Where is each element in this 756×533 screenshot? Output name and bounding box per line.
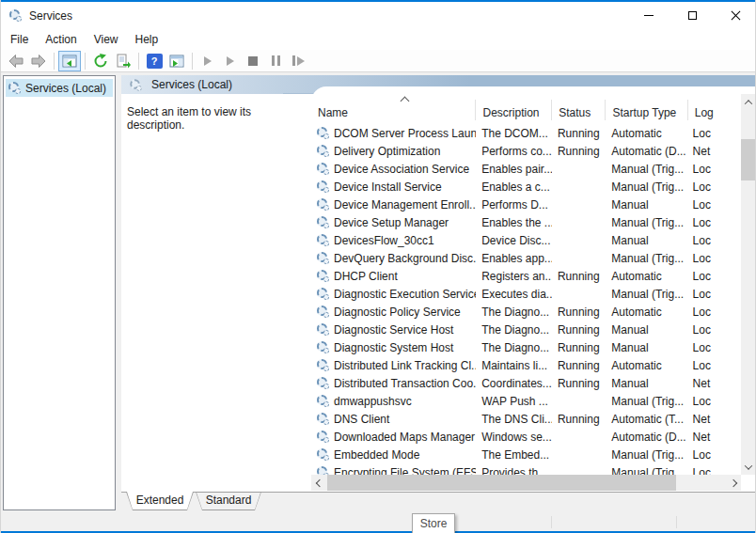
menu-help[interactable]: Help xyxy=(127,30,167,49)
service-startup-type: Manual (Trig... xyxy=(606,448,687,462)
column-header-startup-type[interactable]: Startup Type xyxy=(606,94,687,123)
play-icon xyxy=(204,56,212,66)
services-window: Services File Action View Help xyxy=(0,0,756,533)
service-startup-type: Manual xyxy=(606,323,687,337)
stop-service-button[interactable] xyxy=(242,51,264,71)
service-gear-icon xyxy=(317,466,329,475)
service-logon-as: Loc xyxy=(688,234,741,247)
column-header-description[interactable]: Description xyxy=(476,94,552,123)
tooltip-label: Store xyxy=(420,517,448,530)
service-name: Device Association Service xyxy=(334,163,469,176)
resume-service-button[interactable] xyxy=(219,51,242,71)
scroll-down-button[interactable] xyxy=(741,459,755,475)
menu-file[interactable]: File xyxy=(1,30,37,49)
start-service-button[interactable] xyxy=(197,51,219,71)
toolbar: ? xyxy=(1,50,756,72)
maximize-button[interactable] xyxy=(670,2,714,29)
service-status: Running xyxy=(552,323,606,337)
service-row[interactable]: DHCP Client Registers an... Running Auto… xyxy=(311,267,741,285)
status-bar xyxy=(1,512,756,531)
vertical-scroll-thumb[interactable] xyxy=(741,139,755,180)
service-description: Enables the ... xyxy=(476,216,552,229)
service-row[interactable]: Encrypting File System (EFS) Provides th… xyxy=(311,463,741,475)
pause-service-button[interactable] xyxy=(264,51,287,71)
service-row[interactable]: Delivery Optimization Performs co... Run… xyxy=(311,142,741,160)
scroll-left-button[interactable] xyxy=(311,475,327,491)
service-row[interactable]: Downloaded Maps Manager Windows se... Au… xyxy=(311,428,741,446)
services-node-icon xyxy=(8,82,21,94)
service-gear-icon xyxy=(317,163,329,175)
service-row[interactable]: DevicesFlow_30cc1 Device Disc... Manual … xyxy=(311,231,741,249)
service-name: Embedded Mode xyxy=(334,448,419,462)
service-description: The Diagno... xyxy=(476,341,552,354)
list-column-headers: Name Description Status Startup Type Log xyxy=(311,94,741,123)
service-row[interactable]: Distributed Transaction Coo... Coordinat… xyxy=(311,374,741,392)
service-logon-as: Loc xyxy=(688,180,741,194)
taskbar-tooltip: Store xyxy=(412,513,455,533)
service-gear-icon xyxy=(317,234,329,246)
menu-action[interactable]: Action xyxy=(37,30,85,49)
pause-icon xyxy=(272,55,280,66)
service-gear-icon xyxy=(317,431,329,443)
horizontal-scrollbar[interactable] xyxy=(311,475,741,491)
service-row[interactable]: Device Management Enroll... Performs D..… xyxy=(311,196,741,213)
service-description: Provides th... xyxy=(476,466,552,476)
service-row[interactable]: Device Setup Manager Enables the ... Man… xyxy=(311,213,741,231)
forward-button[interactable] xyxy=(27,51,50,71)
service-row[interactable]: DNS Client The DNS Cli... Running Automa… xyxy=(311,410,741,428)
description-placeholder-text: Select an item to view its description. xyxy=(127,105,311,132)
scroll-right-button[interactable] xyxy=(725,475,741,491)
show-action-pane-button[interactable] xyxy=(165,51,188,71)
service-description: Registers an... xyxy=(476,270,552,283)
service-row[interactable]: Device Install Service Enables a c... Ma… xyxy=(311,178,741,196)
service-description: Executes dia... xyxy=(476,288,552,301)
service-row[interactable]: Diagnostic Policy Service The Diagno... … xyxy=(311,303,741,321)
service-description: Device Disc... xyxy=(476,234,552,247)
service-logon-as: Loc xyxy=(688,270,741,283)
titlebar[interactable]: Services xyxy=(1,2,756,29)
service-description: The DCOM... xyxy=(476,127,552,140)
service-startup-type: Manual (Trig... xyxy=(606,288,687,301)
service-row[interactable]: Distributed Link Tracking Cl... Maintain… xyxy=(311,356,741,374)
snapin-header-title: Services (Local) xyxy=(151,78,232,91)
toolbar-separator xyxy=(138,53,139,70)
close-button[interactable] xyxy=(714,2,756,29)
back-button[interactable] xyxy=(5,51,27,71)
service-row[interactable]: Embedded Mode The Embed... Manual (Trig.… xyxy=(311,446,741,463)
minimize-button[interactable] xyxy=(627,2,670,29)
service-row[interactable]: DCOM Server Process Laun... The DCOM... … xyxy=(311,124,741,142)
scroll-up-button[interactable] xyxy=(741,94,755,110)
tab-extended[interactable]: Extended xyxy=(126,492,194,510)
view-tabstrip: Extended Standard xyxy=(121,492,755,512)
service-row[interactable]: DevQuery Background Disc... Enables app.… xyxy=(311,249,741,267)
menu-view[interactable]: View xyxy=(86,30,127,49)
service-startup-type: Manual (Trig... xyxy=(606,180,687,194)
vertical-scrollbar[interactable] xyxy=(741,94,755,475)
help-button[interactable]: ? xyxy=(143,51,165,71)
service-name: Device Setup Manager xyxy=(334,216,449,229)
export-list-button[interactable] xyxy=(112,51,134,71)
column-header-status[interactable]: Status xyxy=(552,94,606,123)
column-header-name[interactable]: Name xyxy=(311,94,476,123)
show-console-tree-button[interactable] xyxy=(58,51,81,71)
tab-standard[interactable]: Standard xyxy=(196,492,261,510)
service-description: Maintains li... xyxy=(476,359,552,372)
console-tree-panel: Services (Local) xyxy=(3,75,116,510)
service-row[interactable]: dmwappushsvc WAP Push ... Manual (Trig..… xyxy=(311,392,741,410)
horizontal-scroll-thumb[interactable] xyxy=(327,475,676,491)
service-startup-type: Manual (Trig... xyxy=(606,252,687,265)
service-name: Distributed Transaction Coo... xyxy=(334,377,476,390)
service-status: Running xyxy=(552,270,606,283)
service-row[interactable]: Diagnostic System Host The Diagno... Run… xyxy=(311,338,741,356)
window-title: Services xyxy=(29,9,72,23)
service-row[interactable]: Device Association Service Enables pair.… xyxy=(311,160,741,178)
tree-item-services-local[interactable]: Services (Local) xyxy=(6,79,113,97)
service-status: Running xyxy=(552,127,606,140)
column-header-logon[interactable]: Log xyxy=(688,94,741,123)
restart-service-button[interactable] xyxy=(287,51,309,71)
service-startup-type: Manual (Trig... xyxy=(606,163,687,176)
service-row[interactable]: Diagnostic Execution Service Executes di… xyxy=(311,285,741,303)
service-gear-icon xyxy=(317,341,329,353)
service-row[interactable]: Diagnostic Service Host The Diagno... Ru… xyxy=(311,321,741,338)
refresh-button[interactable] xyxy=(89,51,112,71)
